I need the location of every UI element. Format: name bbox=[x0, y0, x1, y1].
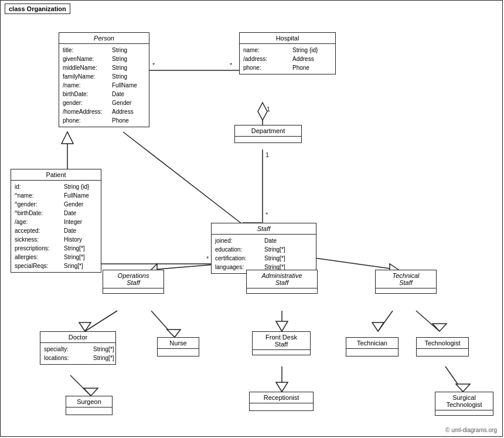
nurse-class: Nurse bbox=[157, 337, 199, 356]
svg-line-36 bbox=[445, 366, 463, 392]
person-class: Person title:String givenName:String mid… bbox=[59, 32, 149, 127]
svg-text:*: * bbox=[265, 211, 268, 218]
technician-title: Technician bbox=[346, 338, 398, 349]
surgical-technologist-class: Surgical Technologist bbox=[435, 392, 493, 416]
staff-attrs: joined:Date education:String[*] certific… bbox=[212, 235, 316, 273]
operations-staff-title: Operations Staff bbox=[103, 270, 164, 288]
doctor-attrs: specialty:String[*] locations:String[*] bbox=[40, 343, 115, 364]
patient-attrs: id:String {id} ^name:FullName ^gender:Ge… bbox=[11, 181, 101, 272]
svg-text:1: 1 bbox=[267, 106, 270, 113]
svg-marker-27 bbox=[276, 321, 288, 331]
svg-line-5 bbox=[123, 132, 252, 232]
svg-marker-31 bbox=[433, 324, 447, 331]
copyright: © uml-diagrams.org bbox=[445, 427, 497, 433]
person-attrs: title:String givenName:String middleName… bbox=[59, 44, 149, 127]
administrative-staff-class: Administrative Staff bbox=[246, 270, 318, 294]
svg-marker-33 bbox=[84, 388, 98, 396]
svg-marker-29 bbox=[372, 322, 384, 331]
svg-line-22 bbox=[85, 311, 117, 331]
svg-line-24 bbox=[151, 311, 175, 337]
patient-title: Patient bbox=[11, 169, 101, 181]
svg-text:1: 1 bbox=[265, 151, 269, 158]
surgeon-class: Surgeon bbox=[66, 396, 113, 415]
hospital-title: Hospital bbox=[240, 33, 335, 44]
nurse-title: Nurse bbox=[158, 338, 199, 349]
administrative-staff-title: Administrative Staff bbox=[247, 270, 317, 288]
svg-marker-35 bbox=[276, 382, 288, 392]
doctor-class: Doctor specialty:String[*] locations:Str… bbox=[40, 331, 116, 365]
receptionist-class: Receptionist bbox=[249, 392, 314, 411]
svg-marker-8 bbox=[258, 103, 267, 120]
technical-staff-class: Technical Staff bbox=[375, 270, 437, 294]
technical-staff-title: Technical Staff bbox=[376, 270, 436, 288]
svg-text:*: * bbox=[206, 255, 209, 262]
receptionist-title: Receptionist bbox=[250, 392, 313, 403]
patient-class: Patient id:String {id} ^name:FullName ^g… bbox=[11, 169, 101, 273]
svg-line-32 bbox=[70, 375, 91, 396]
operations-staff-class: Operations Staff bbox=[103, 270, 164, 294]
surgeon-title: Surgeon bbox=[66, 396, 112, 408]
technologist-class: Technologist bbox=[416, 337, 469, 356]
svg-line-28 bbox=[378, 311, 393, 331]
department-class: Department bbox=[234, 125, 302, 143]
front-desk-staff-class: Front Desk Staff bbox=[252, 331, 311, 355]
svg-marker-37 bbox=[456, 384, 470, 392]
doctor-title: Doctor bbox=[40, 332, 115, 343]
hospital-attrs: name:String {id} /address:Address phone:… bbox=[240, 44, 335, 74]
technologist-title: Technologist bbox=[417, 338, 468, 349]
svg-text:*: * bbox=[152, 62, 155, 69]
department-title: Department bbox=[235, 125, 301, 137]
front-desk-staff-title: Front Desk Staff bbox=[253, 332, 310, 350]
staff-class: Staff joined:Date education:String[*] ce… bbox=[211, 223, 316, 274]
svg-marker-25 bbox=[167, 330, 181, 337]
svg-marker-4 bbox=[62, 132, 73, 144]
frame-label: class Organization bbox=[5, 4, 70, 14]
technician-class: Technician bbox=[346, 337, 399, 356]
person-title: Person bbox=[59, 33, 149, 44]
svg-marker-23 bbox=[79, 322, 91, 331]
svg-line-30 bbox=[416, 311, 440, 331]
staff-title: Staff bbox=[212, 223, 316, 235]
uml-diagram: class Organization * * 1 1 * * * bbox=[0, 0, 504, 438]
svg-text:*: * bbox=[230, 62, 233, 69]
surgical-technologist-title: Surgical Technologist bbox=[435, 392, 493, 410]
hospital-class: Hospital name:String {id} /address:Addre… bbox=[239, 32, 336, 74]
